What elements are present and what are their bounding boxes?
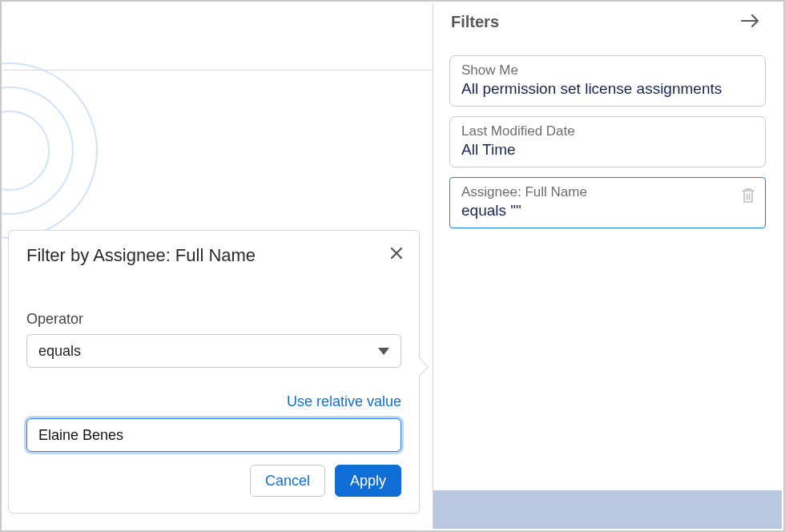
popover-title: Filter by Assignee: Full Name bbox=[26, 245, 401, 266]
filter-card-label: Show Me bbox=[461, 62, 754, 79]
operator-select[interactable]: equals bbox=[26, 334, 401, 368]
filters-footer-bar bbox=[433, 490, 782, 529]
cancel-button[interactable]: Cancel bbox=[250, 465, 325, 497]
filter-card-value: All Time bbox=[461, 141, 754, 159]
delete-filter-button[interactable] bbox=[739, 186, 757, 208]
filter-card-label: Last Modified Date bbox=[461, 123, 754, 139]
close-icon bbox=[388, 245, 405, 261]
filter-card-label: Assignee: Full Name bbox=[461, 184, 754, 200]
filters-title: Filters bbox=[451, 13, 499, 31]
filters-list: Show Me All permission set license assig… bbox=[433, 55, 782, 228]
filters-header: Filters bbox=[433, 3, 782, 39]
operator-field: Operator equals bbox=[26, 311, 401, 368]
filter-value-input[interactable] bbox=[26, 418, 401, 452]
chevron-down-icon bbox=[378, 348, 389, 355]
filter-editor-popover: Filter by Assignee: Full Name Operator e… bbox=[8, 230, 420, 514]
filter-card-show-me[interactable]: Show Me All permission set license assig… bbox=[449, 55, 766, 107]
filter-card-value: All permission set license assignments bbox=[461, 80, 754, 98]
use-relative-value-link[interactable]: Use relative value bbox=[26, 393, 401, 410]
filter-card-assignee[interactable]: Assignee: Full Name equals "" bbox=[449, 177, 766, 228]
trash-icon bbox=[741, 187, 755, 204]
close-popover-button[interactable] bbox=[385, 242, 408, 267]
operator-label: Operator bbox=[26, 311, 401, 328]
popover-actions: Cancel Apply bbox=[26, 465, 401, 497]
apply-button[interactable]: Apply bbox=[335, 465, 401, 497]
filters-panel: Filters Show Me All permission set licen… bbox=[433, 3, 782, 529]
background-arcs bbox=[0, 54, 106, 247]
operator-select-value: equals bbox=[38, 343, 81, 360]
divider-horizontal bbox=[3, 70, 433, 71]
filter-card-value: equals "" bbox=[461, 202, 754, 220]
arrow-right-icon bbox=[740, 13, 761, 29]
filter-card-last-modified[interactable]: Last Modified Date All Time bbox=[449, 116, 766, 167]
popover-pointer bbox=[411, 358, 429, 377]
app-frame: Filters Show Me All permission set licen… bbox=[0, 0, 785, 532]
collapse-panel-button[interactable] bbox=[737, 10, 764, 34]
